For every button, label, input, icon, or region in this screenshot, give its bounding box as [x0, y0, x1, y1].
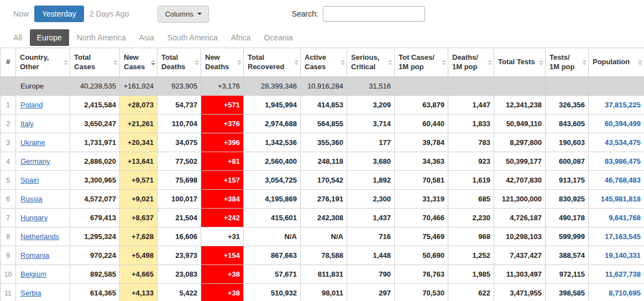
column-header-label: Total Cases [74, 53, 95, 70]
column-header-label: Total Deaths [161, 53, 185, 70]
region-tab-asia[interactable]: Asia [133, 30, 159, 45]
cell-new_cases: +9,021 [120, 190, 158, 209]
cell-active_cases: 248,118 [301, 152, 347, 171]
country-link[interactable]: Serbia [20, 289, 41, 297]
cell-new_deaths: +157 [201, 171, 244, 190]
columns-button[interactable]: Columns [158, 6, 208, 23]
cell-rank: 5 [1, 171, 16, 190]
cell-new_cases: +7,628 [120, 227, 158, 246]
sort-icon [539, 60, 543, 65]
column-header-active_cases[interactable]: Active Cases [301, 48, 347, 77]
column-header-country[interactable]: Country, Other [16, 48, 70, 77]
population-link[interactable]: 37,815,225 [605, 101, 641, 109]
cell-total_recovered: 867,663 [244, 246, 301, 265]
region-tab-north-america[interactable]: North America [71, 30, 132, 45]
cell-rank: 10 [1, 265, 16, 284]
sort-icon [341, 60, 345, 65]
column-header-serious_critical[interactable]: Serious, Critical [347, 48, 395, 77]
cell-total_recovered: 1,945,994 [244, 96, 301, 115]
cell-tests_per_1m: 972,115 [546, 265, 589, 284]
sort-icon [388, 60, 392, 65]
time-tab-yesterday[interactable]: Yesterday [34, 6, 84, 22]
cell-population: 19,140,331 [589, 246, 644, 265]
cell-total_tests: 8,297,800 [494, 133, 546, 152]
cell-population: 60,394,499 [589, 115, 644, 133]
cell-deaths_per_1m: 622 [448, 284, 494, 301]
country-link[interactable]: Russia [20, 195, 43, 203]
sort-icon [638, 60, 642, 65]
column-header-total_tests[interactable]: Total Tests [494, 48, 546, 77]
column-header-total_cases[interactable]: Total Cases [70, 48, 120, 77]
time-tab-now[interactable]: Now [8, 6, 34, 22]
country-row-romania: 9Romania970,224+5,49823,973+154867,66378… [1, 246, 644, 265]
search-input[interactable] [323, 6, 425, 22]
cell-serious_critical: 177 [347, 133, 395, 152]
sort-icon [582, 60, 587, 65]
column-header-population[interactable]: Population [589, 48, 644, 77]
population-link[interactable]: 83,986,475 [605, 157, 641, 165]
cell-total_tests: 4,726,187 [494, 209, 546, 227]
cell-serious_critical: 716 [347, 227, 395, 246]
cell-country: Spain [16, 171, 70, 190]
cell-total_deaths: 21,504 [158, 209, 201, 227]
region-tab-south-america[interactable]: South America [162, 30, 223, 45]
column-header-tests_per_1m[interactable]: Tests/ 1M pop [546, 48, 589, 77]
cell-rank [1, 77, 16, 96]
country-link[interactable]: Romania [20, 251, 49, 260]
country-link[interactable]: Belgium [20, 270, 46, 278]
country-link[interactable]: Ukraine [20, 138, 45, 147]
table-header-row: #Country, OtherTotal CasesNew CasesTotal… [1, 48, 644, 77]
population-link[interactable]: 46,768,483 [605, 176, 641, 184]
column-header-total_recovered[interactable]: Total Recovered [244, 48, 301, 77]
cell-rank: 3 [1, 133, 16, 152]
cell-tests_per_1m: 843,605 [546, 115, 589, 133]
cell-cases_per_1m: 75,469 [395, 227, 448, 246]
column-header-cases_per_1m[interactable]: Tot Cases/ 1M pop [395, 48, 448, 77]
cell-total_tests: 121,300,000 [494, 190, 546, 209]
country-link[interactable]: Germany [20, 157, 50, 165]
column-header-new_cases[interactable]: New Cases [120, 48, 158, 77]
cell-total_tests: 42,707,830 [494, 171, 546, 190]
column-header-total_deaths[interactable]: Total Deaths [158, 48, 201, 77]
population-link[interactable]: 11,627,738 [605, 270, 641, 278]
country-link[interactable]: Spain [20, 176, 39, 184]
cell-deaths_per_1m: 685 [448, 190, 494, 209]
cell-deaths_per_1m: 968 [448, 227, 494, 246]
region-tab-oceania[interactable]: Oceania [259, 30, 299, 45]
column-header-label: Tests/ 1M pop [549, 53, 575, 70]
region-tabs: AllEuropeNorth AmericaAsiaSouth AmericaA… [0, 28, 644, 48]
cell-new_cases: +20,341 [120, 133, 158, 152]
cell-rank: 11 [1, 284, 16, 301]
country-link[interactable]: Netherlands [20, 232, 59, 241]
cell-tests_per_1m: 388,574 [546, 246, 589, 265]
cell-total_tests: 10,298,103 [494, 227, 546, 246]
cell-deaths_per_1m: 923 [448, 152, 494, 171]
columns-button-label: Columns [165, 10, 193, 18]
cell-serious_critical: 1,892 [347, 171, 395, 190]
country-link[interactable]: Italy [20, 120, 34, 128]
population-link[interactable]: 9,641,768 [609, 214, 641, 222]
column-header-label: Total Tests [498, 58, 535, 66]
population-link[interactable]: 19,140,331 [605, 251, 641, 260]
cell-deaths_per_1m: 1,619 [448, 171, 494, 190]
country-link[interactable]: Hungary [20, 214, 48, 222]
column-header-deaths_per_1m[interactable]: Deaths/ 1M pop [448, 48, 494, 77]
population-link[interactable]: 17,163,545 [605, 232, 641, 241]
cell-serious_critical: 297 [347, 284, 395, 301]
cell-total_deaths: 23,083 [158, 265, 201, 284]
population-link[interactable]: 145,981,818 [601, 195, 641, 203]
column-header-label: New Deaths [205, 53, 229, 70]
column-header-new_deaths[interactable]: New Deaths [201, 48, 244, 77]
population-link[interactable]: 8,710,695 [609, 289, 641, 297]
column-header-label: Serious, Critical [351, 53, 379, 70]
time-tab-2-days-ago[interactable]: 2 Days Ago [84, 6, 135, 22]
population-link[interactable]: 43,534,475 [605, 138, 641, 147]
region-tab-europe[interactable]: Europe [30, 29, 69, 46]
country-link[interactable]: Poland [20, 101, 43, 109]
region-tab-africa[interactable]: Africa [226, 30, 256, 45]
region-tab-all[interactable]: All [8, 30, 28, 45]
cell-total_recovered: N/A [244, 227, 301, 246]
cell-serious_critical: 3,209 [347, 96, 395, 115]
cell-population: 11,627,738 [589, 265, 644, 284]
population-link[interactable]: 60,394,499 [605, 120, 641, 128]
